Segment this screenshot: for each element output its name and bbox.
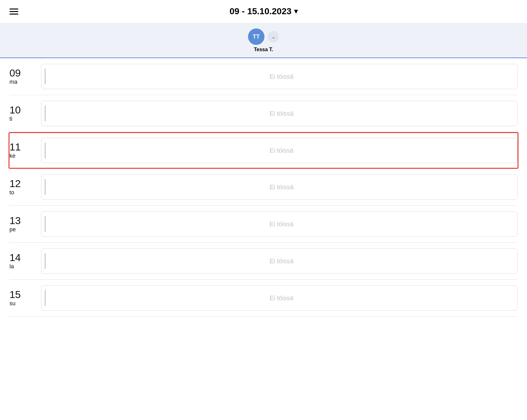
day-card[interactable]: Ei töissä xyxy=(41,174,518,200)
day-number: 12 xyxy=(9,179,21,189)
day-card[interactable]: Ei töissä xyxy=(41,285,518,311)
day-abbr: ti xyxy=(9,116,12,122)
chevron-down-icon[interactable]: ▾ xyxy=(294,7,298,15)
day-number: 15 xyxy=(9,289,21,300)
day-card[interactable]: Ei töissä xyxy=(41,248,518,274)
day-row[interactable]: 09 ma Ei töissä xyxy=(9,58,518,95)
day-card-bar xyxy=(45,179,46,195)
day-number: 09 xyxy=(9,68,21,78)
day-abbr: pe xyxy=(9,226,16,233)
day-abbr: to xyxy=(9,189,14,196)
day-label: 11 ke xyxy=(9,142,35,159)
day-row[interactable]: 11 ke Ei töissä xyxy=(9,132,518,169)
day-row[interactable]: 12 to Ei töissä xyxy=(9,169,518,206)
day-row[interactable]: 10 ti Ei töissä xyxy=(9,95,518,132)
day-abbr: ma xyxy=(9,79,17,85)
day-label: 13 pe xyxy=(9,216,35,233)
day-status-text: Ei töissä xyxy=(49,147,514,154)
day-abbr: ke xyxy=(9,153,15,159)
day-card-bar xyxy=(45,106,46,121)
menu-icon[interactable] xyxy=(9,9,18,15)
calendar-body: 09 ma Ei töissä 10 ti Ei töissä 11 ke xyxy=(0,58,527,317)
day-label: 12 to xyxy=(9,179,35,196)
day-abbr: su xyxy=(9,300,15,307)
day-row[interactable]: 15 su Ei töissä xyxy=(9,280,518,317)
day-label: 14 la xyxy=(9,253,35,270)
day-status-text: Ei töissä xyxy=(49,221,514,228)
day-number: 14 xyxy=(9,253,21,263)
user-bar: TT ⌄ Tessa T. xyxy=(0,23,527,58)
day-card-bar xyxy=(45,290,46,306)
day-label: 10 ti xyxy=(9,105,35,122)
day-abbr: la xyxy=(9,263,14,270)
day-number: 11 xyxy=(9,142,21,152)
day-card[interactable]: Ei töissä xyxy=(41,138,518,163)
user-name: Tessa T. xyxy=(254,47,273,52)
day-status-text: Ei töissä xyxy=(49,110,514,117)
day-row[interactable]: 13 pe Ei töissä xyxy=(9,206,518,243)
avatar: TT xyxy=(248,28,264,45)
user-bar-inner: TT ⌄ xyxy=(248,28,279,45)
day-number: 13 xyxy=(9,216,21,226)
day-card[interactable]: Ei töissä xyxy=(41,211,518,237)
day-row[interactable]: 14 la Ei töissä xyxy=(9,243,518,280)
day-card-bar xyxy=(45,69,46,84)
day-status-text: Ei töissä xyxy=(49,184,514,191)
day-label: 15 su xyxy=(9,289,35,307)
user-dropdown-button[interactable]: ⌄ xyxy=(268,31,279,42)
day-label: 09 ma xyxy=(9,68,35,85)
day-number: 10 xyxy=(9,105,21,115)
day-status-text: Ei töissä xyxy=(49,295,514,302)
week-range-label: 09 - 15.10.2023 xyxy=(229,6,291,16)
day-card-bar xyxy=(45,216,46,232)
day-card-bar xyxy=(45,253,46,269)
header-title: 09 - 15.10.2023 ▾ xyxy=(229,6,297,16)
chevron-down-icon: ⌄ xyxy=(271,34,276,40)
day-card[interactable]: Ei töissä xyxy=(41,64,518,89)
day-card[interactable]: Ei töissä xyxy=(41,101,518,126)
day-card-bar xyxy=(45,143,46,158)
day-status-text: Ei töissä xyxy=(49,73,514,80)
day-status-text: Ei töissä xyxy=(49,258,514,265)
header: 09 - 15.10.2023 ▾ xyxy=(0,0,527,23)
